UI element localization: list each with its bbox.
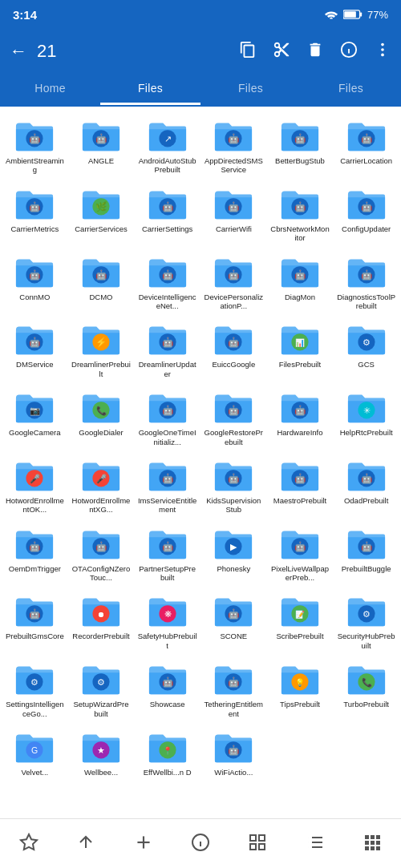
list-item[interactable]: 🌿 CarrierServices: [68, 180, 135, 248]
list-item[interactable]: 🤖 GoogleRestorePrebuilt: [200, 383, 267, 451]
battery-icon: [343, 9, 363, 20]
file-name: CarrierWifi: [216, 224, 252, 233]
cut-button[interactable]: [273, 41, 290, 63]
copy-button[interactable]: [239, 41, 257, 63]
folder-icon: 🤖: [213, 320, 254, 358]
list-item[interactable]: 🎤 HotwordEnrollmentOK...: [2, 451, 68, 519]
list-item[interactable]: ⚙ GCS: [333, 315, 399, 383]
tab-files-2[interactable]: Files: [200, 74, 301, 105]
bottom-bar: [0, 818, 401, 868]
list-item[interactable]: 🤖 CarrierWifi: [200, 180, 267, 248]
list-item[interactable]: 🤖 DevicePersonalizationP...: [200, 248, 267, 316]
info-button[interactable]: [340, 41, 358, 63]
file-name: GoogleCamera: [9, 428, 60, 437]
list-item[interactable]: 🤖 DreamlinerUpdater: [134, 315, 200, 383]
list-item[interactable]: 🤖 HardwareInfo: [267, 383, 334, 451]
svg-text:📍: 📍: [163, 746, 172, 756]
folder-icon: 🤖: [346, 184, 387, 223]
list-item[interactable]: 🤖 OdadPrebuilt: [333, 451, 399, 519]
list-item[interactable]: ▶ Phonesky: [200, 519, 267, 587]
list-item[interactable]: 🤖 TetheringEntitlement: [200, 655, 267, 723]
list-item[interactable]: 📞 GoogleDialer: [68, 383, 135, 451]
list-item[interactable]: 🎤 HotwordEnrollmentXG...: [68, 451, 135, 519]
folder-icon: ⏺: [80, 591, 122, 630]
list-item[interactable]: 💡 TipsPrebuilt: [267, 655, 334, 723]
upload-icon[interactable]: [71, 828, 100, 857]
file-name: HotwordEnrollmentOK...: [5, 496, 64, 515]
list-item[interactable]: 🤖 WiFiActio...: [200, 723, 267, 781]
folder-icon: 🤖: [80, 524, 122, 563]
add-icon[interactable]: [129, 828, 158, 857]
list-item[interactable]: 🤖 AppDirectedSMSService: [200, 111, 267, 180]
list-item[interactable]: 🤖 SCONE: [200, 587, 267, 655]
list-item[interactable]: 🤖 KidsSupervisionStub: [200, 451, 267, 519]
list-item[interactable]: 🤖 DCMO: [68, 248, 135, 316]
list-item[interactable]: 🤖 ImsServiceEntitlement: [134, 451, 200, 519]
list-item[interactable]: 🤖 CarrierSettings: [134, 180, 200, 248]
tab-files-1[interactable]: Files: [100, 74, 200, 105]
list-item[interactable]: 🤖 CarrierMetrics: [2, 180, 68, 248]
folder-icon: 🤖: [213, 728, 254, 766]
svg-text:🤖: 🤖: [162, 337, 174, 348]
list-item[interactable]: 📷 GoogleCamera: [2, 383, 68, 451]
tab-home[interactable]: Home: [0, 74, 100, 105]
list-item[interactable]: 🤖 CarrierLocation: [333, 111, 399, 180]
list-item[interactable]: 📍 EffWellbi...n D: [134, 723, 200, 781]
list-item[interactable]: 🤖 PrebuiltBuggle: [333, 519, 399, 587]
list-item[interactable]: 🤖 OemDmTrigger: [2, 519, 68, 587]
delete-button[interactable]: [306, 41, 324, 63]
file-name: HelpRtcPrebuilt: [340, 428, 393, 437]
list-item[interactable]: 🤖 CbrsNetworkMonitor: [267, 180, 334, 248]
list-item[interactable]: ★ Wellbee...: [68, 723, 135, 781]
folder-icon: ❋: [147, 591, 188, 630]
list-item[interactable]: 🤖 EuiccGoogle: [200, 315, 267, 383]
back-button[interactable]: ←: [10, 41, 27, 62]
list-item[interactable]: ⚙ SetupWizardPrebuilt: [68, 655, 135, 723]
list-item[interactable]: 📝 ScribePrebuilt: [267, 587, 334, 655]
list-item[interactable]: 🤖 DiagnosticsToolPrebuilt: [333, 248, 399, 316]
list-item[interactable]: 🤖 PixelLiveWallpaperPreb...: [267, 519, 334, 587]
list-item[interactable]: 🤖 Showcase: [134, 655, 200, 723]
info-circle-icon[interactable]: [186, 828, 215, 857]
grid-icon[interactable]: [358, 828, 387, 857]
list-item[interactable]: 🤖 OTAConfigNZeroTouc...: [68, 519, 135, 587]
selected-count: 21: [37, 41, 233, 62]
list-item[interactable]: 📞 TurboPrebuilt: [333, 655, 399, 723]
list-item[interactable]: 🤖 GoogleOneTimeInitializ...: [134, 383, 200, 451]
list-item[interactable]: ⚡ DreamlinerPrebuilt: [68, 315, 135, 383]
file-name: Velvet...: [21, 768, 48, 777]
list-item[interactable]: 🤖 PrebuiltGmsCore: [2, 587, 68, 655]
folder-icon: 🤖: [213, 252, 254, 291]
grid-square-icon[interactable]: [243, 828, 272, 857]
list-item[interactable]: ⚙ SettingsIntelligenceGo...: [2, 655, 68, 723]
svg-marker-125: [21, 834, 37, 850]
folder-icon: 🤖: [346, 116, 387, 155]
svg-rect-150: [376, 846, 380, 850]
list-item[interactable]: G Velvet...: [2, 723, 68, 781]
list-item[interactable]: ❋ SafetyHubPrebuilt: [134, 587, 200, 655]
file-name: TurboPrebuilt: [343, 700, 389, 709]
list-item[interactable]: ⚙ SecurityHubPrebuilt: [333, 587, 399, 655]
list-item[interactable]: 🤖 BetterBugStub: [267, 111, 334, 180]
list-item[interactable]: 🤖 ConnMO: [2, 248, 68, 316]
list-item[interactable]: 🤖 DiagMon: [267, 248, 334, 316]
list-item[interactable]: 🤖 MaestroPrebuilt: [267, 451, 334, 519]
tab-files-3[interactable]: Files: [301, 74, 401, 105]
svg-text:🌿: 🌿: [95, 200, 107, 212]
list-item[interactable]: 🤖 AmbientStreaming: [2, 111, 68, 180]
list-item[interactable]: 📊 FilesPrebuilt: [267, 315, 334, 383]
list-item[interactable]: ⏺ RecorderPrebuilt: [68, 587, 135, 655]
svg-point-6: [381, 42, 384, 46]
list-item[interactable]: ↗ AndroidAutoStubPrebuilt: [134, 111, 200, 180]
list-item[interactable]: ✳ HelpRtcPrebuilt: [333, 383, 399, 451]
list-item[interactable]: 🤖 ANGLE: [68, 111, 135, 180]
list-item[interactable]: 🤖 PartnerSetupPrebuilt: [134, 519, 200, 587]
list-item[interactable]: 🤖 DMService: [2, 315, 68, 383]
file-name: CarrierSettings: [142, 224, 192, 233]
favorite-icon[interactable]: [14, 828, 43, 857]
svg-text:🤖: 🤖: [162, 268, 174, 280]
more-button[interactable]: [374, 41, 391, 63]
list-item[interactable]: 🤖 DeviceIntelligenceNet...: [134, 248, 200, 316]
list-item[interactable]: 🤖 ConfigUpdater: [333, 180, 399, 248]
list-icon[interactable]: [301, 828, 330, 857]
